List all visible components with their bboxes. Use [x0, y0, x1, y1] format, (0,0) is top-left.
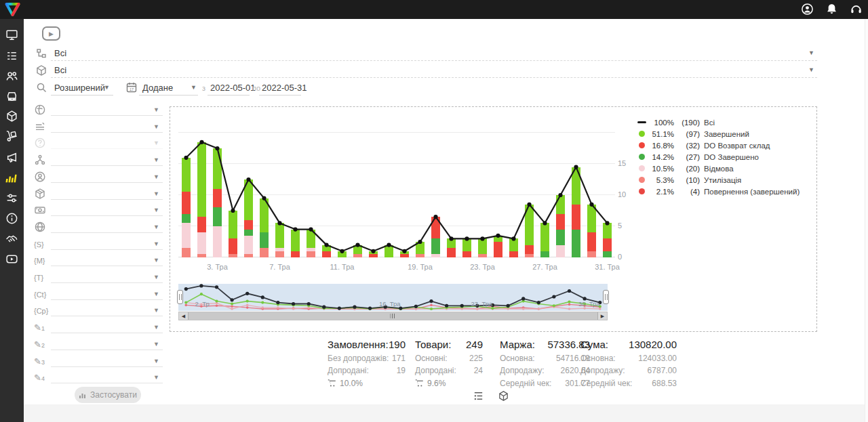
filter-select[interactable]: [51, 122, 163, 133]
scroll-right-arrow[interactable]: ▶: [598, 312, 607, 320]
chart-navigator[interactable]: 2. Тр16. Тра23. Тра30. Тра: [178, 284, 608, 311]
filter-select[interactable]: [51, 138, 163, 149]
chart-legend: 100%(190)Всі51.1%(97)Завершений16.8%(32)…: [637, 117, 800, 197]
chevron-down-icon[interactable]: ▼: [153, 324, 159, 331]
pencil-2-icon: ✎2: [34, 338, 46, 350]
chevron-down-icon[interactable]: ▼: [153, 341, 159, 347]
sidebar-item-clients[interactable]: [0, 67, 24, 85]
legend-line-marker: [637, 121, 646, 123]
scrollbar-thumb[interactable]: [188, 312, 598, 320]
sidebar-item-supply[interactable]: [0, 127, 24, 144]
navigator-left-handle[interactable]: [177, 290, 183, 304]
sidebar-item-video[interactable]: [0, 250, 24, 268]
navigator-tick-label: 2. Тр: [195, 300, 210, 308]
lines-icon: [34, 121, 46, 133]
box-view-icon[interactable]: [498, 390, 509, 402]
filter-select[interactable]: [51, 322, 163, 333]
sidebar-item-partners[interactable]: [0, 230, 24, 247]
filter-select[interactable]: [51, 339, 163, 350]
legend-item[interactable]: 2.1%(4)Повернення (завершений): [637, 186, 800, 197]
sidebar-item-products[interactable]: [0, 107, 24, 125]
payment-icon: [34, 204, 46, 216]
y-tick-label: 0: [618, 253, 622, 261]
date-from-label: з: [202, 84, 205, 92]
legend-item[interactable]: 5.3%(10)Утилізація: [637, 174, 800, 186]
navigator-tick-label: 30. Тра: [578, 300, 600, 308]
filter-select[interactable]: [51, 239, 163, 250]
sidebar-item-statistics[interactable]: [0, 169, 24, 186]
list-view-icon[interactable]: [473, 390, 484, 402]
filter-select[interactable]: [51, 305, 163, 316]
user-icon[interactable]: [801, 3, 814, 16]
sidebar-item-info[interactable]: [0, 209, 24, 227]
video-tutorial-button[interactable]: ▶: [42, 26, 60, 41]
date-from-underline: [208, 85, 250, 96]
stat-row: Середній чек:301.77: [500, 379, 590, 388]
apply-label: Застосувати: [90, 390, 137, 400]
chevron-down-icon[interactable]: ▼: [153, 207, 159, 213]
x-tick-label: 19. Тра: [408, 263, 433, 271]
legend-item[interactable]: 10.5%(20)Відмова: [637, 163, 800, 174]
sidebar-item-dashboard[interactable]: [0, 26, 24, 43]
filter-select[interactable]: [51, 356, 163, 367]
chevron-down-icon[interactable]: ▼: [153, 374, 159, 381]
sidebar-item-marketing[interactable]: [0, 148, 24, 166]
sidebar-item-orders[interactable]: [0, 47, 24, 64]
chevron-down-icon[interactable]: ▼: [153, 274, 159, 280]
stat-row: Допродані:24: [415, 366, 483, 375]
chevron-down-icon[interactable]: ▼: [153, 257, 159, 263]
page-scrollbar[interactable]: [865, 19, 868, 422]
legend-dot-marker: [639, 188, 645, 194]
category-tree-icon: [35, 47, 47, 60]
chevron-down-icon[interactable]: ▼: [153, 156, 159, 163]
chevron-down-icon[interactable]: ▼: [153, 123, 159, 130]
app-logo[interactable]: [4, 1, 21, 20]
filter-select[interactable]: [51, 205, 163, 216]
chevron-down-icon[interactable]: ▼: [153, 224, 159, 230]
chevron-down-icon[interactable]: ▼: [153, 307, 159, 314]
y-tick-label: 15: [618, 159, 626, 167]
filter-select[interactable]: [51, 289, 163, 300]
sidebar-item-settings[interactable]: [0, 189, 24, 207]
filter-select[interactable]: [51, 189, 163, 200]
x-tick-label: 27. Тра: [532, 263, 557, 271]
apply-button[interactable]: Застосувати: [75, 387, 141, 403]
filter-select[interactable]: [51, 105, 163, 116]
orders-chart-plot[interactable]: [178, 129, 615, 257]
chart-scrollbar[interactable]: ◀ ▶: [178, 312, 608, 320]
legend-item[interactable]: 51.1%(97)Завершений: [637, 128, 800, 140]
footer-band: [24, 404, 868, 422]
apply-chart-icon: [79, 391, 87, 399]
support-icon[interactable]: [850, 3, 863, 16]
filter-select[interactable]: [51, 255, 163, 266]
legend-item[interactable]: 14.2%(27)DO Завершено: [637, 151, 800, 163]
notifications-icon[interactable]: [825, 3, 838, 16]
legend-item[interactable]: 100%(190)Всі: [637, 117, 800, 128]
navigator-right-handle[interactable]: [603, 290, 609, 304]
stat-upsell-rate: 10.0%: [328, 379, 406, 388]
stat-row: Допродані:19: [328, 366, 406, 375]
chart-panel: 051015 3. Тра7. Тра11. Тра19. Тра23. Тра…: [170, 106, 817, 332]
filter-select[interactable]: [51, 172, 163, 183]
chevron-down-icon[interactable]: ▼: [153, 358, 159, 364]
chevron-down-icon[interactable]: ▼: [153, 106, 159, 113]
filter-select[interactable]: [51, 155, 163, 166]
calendar-icon: 17: [125, 81, 138, 93]
chevron-down-icon[interactable]: ▼: [153, 240, 159, 247]
chevron-down-icon[interactable]: ▼: [153, 190, 159, 197]
chevron-down-icon[interactable]: ▼: [153, 140, 159, 146]
chevron-down-icon[interactable]: ▼: [153, 291, 159, 297]
geo-icon: [34, 104, 46, 116]
cart-icon: [415, 379, 424, 387]
chevron-down-icon[interactable]: ▼: [153, 173, 159, 180]
filter-select[interactable]: [51, 272, 163, 283]
filter-select[interactable]: [51, 373, 163, 383]
filter-select[interactable]: [51, 222, 163, 233]
stat-title: Замовлення:190: [328, 339, 406, 350]
scroll-left-arrow[interactable]: ◀: [179, 312, 188, 320]
legend-item[interactable]: 16.8%(32)DO Возврат склад: [637, 140, 800, 151]
sidebar-item-store[interactable]: [0, 87, 24, 105]
x-tick-label: 7. Тра: [269, 263, 290, 271]
navigator-tick-label: 23. Тра: [471, 300, 493, 308]
category-underline: [51, 50, 817, 61]
